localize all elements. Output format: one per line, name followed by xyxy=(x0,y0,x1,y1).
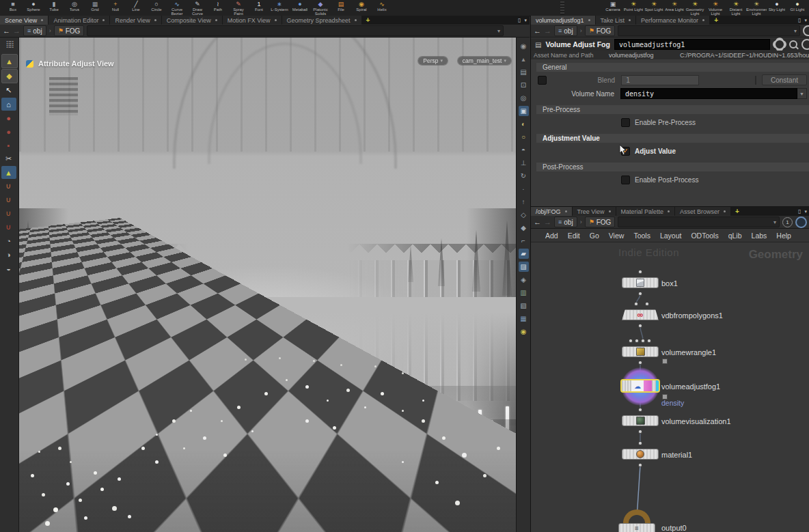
enable-post-process-checkbox[interactable] xyxy=(621,176,630,184)
shelf-tool-font[interactable]: 1 Font xyxy=(249,0,269,12)
node-label[interactable]: volumewrangle1 xyxy=(661,348,716,356)
pane-menu-caret-icon[interactable]: ▾ xyxy=(804,209,807,214)
vp-collapse-icon[interactable]: ▴ xyxy=(519,54,529,64)
vp-select-mode-icon[interactable]: ▰ xyxy=(519,249,529,259)
shelf-tool-metaball[interactable]: ● Metaball xyxy=(290,0,310,12)
snap-multi-magnet[interactable]: ∪ xyxy=(1,180,16,193)
vp-headlight-icon[interactable]: ○ xyxy=(519,132,529,142)
pane-window-icon[interactable]: ▯ xyxy=(798,208,801,214)
vp-visibility-icon[interactable]: ◎ xyxy=(519,93,529,103)
node-box1[interactable] xyxy=(622,277,659,288)
view-tumble-tool[interactable]: ◔ xyxy=(1,234,16,247)
toolbar-grip-icon[interactable]: ⣿⣿ xyxy=(5,40,13,48)
tab-menu-dot[interactable] xyxy=(702,19,704,21)
vp-refresh-icon[interactable]: ↻ xyxy=(519,171,529,181)
search-icon[interactable] xyxy=(789,40,797,48)
menu-labs[interactable]: Labs xyxy=(747,232,772,240)
node-material1[interactable] xyxy=(622,449,659,460)
select-tool[interactable]: ↖ xyxy=(1,84,16,97)
vp-display-options-icon[interactable]: ◉ xyxy=(519,326,529,337)
vp-lighting-icon[interactable]: ◐ xyxy=(519,119,529,129)
vp-help-icon[interactable]: ◉ xyxy=(519,41,529,51)
secure-selection-lock[interactable]: ⌂ xyxy=(1,98,16,111)
terrain-brush-tool[interactable]: ◆ xyxy=(1,69,18,83)
vp-detail-mode-icon[interactable]: ▦ xyxy=(519,313,529,324)
shelf-tool-path[interactable]: ≀ Path xyxy=(208,0,228,12)
volume-name-dropdown[interactable]: ▼ xyxy=(797,88,807,99)
new-tab-button[interactable]: + xyxy=(710,16,722,25)
scene-viewport[interactable]: Attribute Adjust View Persp ▾ cam_main_t… xyxy=(19,38,516,532)
translate-handle-tool[interactable]: ● xyxy=(1,111,16,124)
menu-help[interactable]: Help xyxy=(771,232,796,240)
vp-normals-icon[interactable]: ↑ xyxy=(519,197,529,207)
tab-menu-dot[interactable] xyxy=(609,210,611,212)
vp-camera-icon[interactable]: ▣ xyxy=(519,106,529,116)
shelf-tool-helix[interactable]: ∿ Helix xyxy=(372,0,392,12)
shelf-tool-spray-paint[interactable]: ✎ Spray Paint xyxy=(228,0,249,16)
tab-asset-browser[interactable]: Asset Browser xyxy=(675,207,730,216)
vp-lock-camera-icon[interactable]: ⊡ xyxy=(519,80,529,90)
tab-performance-monitor[interactable]: Performance Monitor xyxy=(636,16,709,25)
node-volumewrangle1[interactable] xyxy=(622,346,659,357)
tab-material-palette[interactable]: Material Palette xyxy=(616,207,675,216)
shelf-tool-box[interactable]: ■ Box xyxy=(3,0,23,12)
node-vdbfrompolygons1[interactable]: ∞ xyxy=(622,309,659,320)
vp-component-mode-icon[interactable]: ▨ xyxy=(519,262,529,272)
tab-menu-dot[interactable] xyxy=(355,19,357,21)
shelf-tool-grid[interactable]: ▦ Grid xyxy=(85,0,105,12)
blend-value-field[interactable]: 1 xyxy=(621,75,699,85)
tab-animation-editor[interactable]: Animation Editor xyxy=(49,16,109,25)
menu-go[interactable]: Go xyxy=(585,232,604,240)
tab-menu-dot[interactable] xyxy=(629,19,631,21)
forward-arrow-icon[interactable]: → xyxy=(544,219,551,226)
shelf-tool-platonic-solids[interactable]: ◆ Platonic Solids xyxy=(310,0,331,16)
help-circle-icon[interactable] xyxy=(801,39,809,50)
tab-composite-view[interactable]: Composite View xyxy=(162,16,222,25)
path-node-chip[interactable]: ⚑ FOG xyxy=(585,25,616,36)
update-mode-icon[interactable] xyxy=(795,216,807,228)
shelf-tool-distant-light[interactable]: ☀ Distant Light xyxy=(726,0,746,16)
back-arrow-icon[interactable]: ← xyxy=(534,219,541,226)
network-canvas[interactable]: Indie Edition Geometry xyxy=(531,242,809,532)
shelf-tool-point-light[interactable]: ☀ Point Light xyxy=(623,0,644,12)
path-node-chip[interactable]: ⚑ FOG xyxy=(585,216,616,227)
shelf-tool-null[interactable]: + Null xyxy=(105,0,126,12)
vp-wireframe-icon[interactable]: ◇ xyxy=(519,210,529,220)
vp-ruler-icon[interactable]: ⌐ xyxy=(519,236,529,246)
new-tab-button[interactable]: + xyxy=(731,207,743,216)
path-context-chip[interactable]: ≡ obj xyxy=(554,216,577,227)
snap-prim-magnet[interactable]: ∪ xyxy=(1,221,16,234)
tab-menu-dot[interactable] xyxy=(275,19,277,21)
vp-points-icon[interactable]: ∙ xyxy=(519,184,529,194)
node-label[interactable]: volumevisualization1 xyxy=(661,417,731,425)
section-adjustment-value[interactable]: Adjustment Value xyxy=(536,134,809,143)
snap-grid-magnet[interactable]: ∪ xyxy=(1,193,16,206)
pane-menu-caret-icon[interactable]: ▾ xyxy=(804,18,807,23)
shelf-tool-file[interactable]: ▤ File xyxy=(331,0,351,12)
tab-obj-fog[interactable]: /obj/FOG xyxy=(531,207,572,216)
view-pan-tool[interactable]: ◑ xyxy=(1,248,16,261)
tab-take-list[interactable]: Take List xyxy=(596,16,636,25)
shelf-tool-sphere[interactable]: ● Sphere xyxy=(23,0,44,12)
node-label[interactable]: output0 xyxy=(661,524,687,532)
shelf-tool-gi-light[interactable]: ● GI Light xyxy=(787,0,808,12)
section-general[interactable]: General xyxy=(536,63,809,72)
shelf-tool-torus[interactable]: ◎ Torus xyxy=(64,0,85,12)
back-arrow-icon[interactable]: ← xyxy=(534,27,541,35)
path-context-chip[interactable]: ≡ obj xyxy=(23,25,46,36)
menu-view[interactable]: View xyxy=(604,232,629,240)
tab-scene-view[interactable]: Scene View xyxy=(0,16,48,25)
shelf-tool-environment-light[interactable]: ☀ Environment Light xyxy=(746,0,767,16)
view-zoom-tool[interactable]: ◒ xyxy=(1,262,16,275)
path-dropdown-caret-icon[interactable]: ▾ xyxy=(771,219,779,225)
path-context-chip[interactable]: ≡ obj xyxy=(554,25,577,36)
node-label[interactable]: volumeadjustfog1 xyxy=(661,382,720,391)
path-dropdown-caret-icon[interactable]: ▾ xyxy=(495,28,503,34)
shelf-tool-curve-bezier[interactable]: ∿ Curve Bezier xyxy=(167,0,187,16)
back-arrow-icon[interactable]: ← xyxy=(3,27,10,35)
vp-quality-icon[interactable]: ◓ xyxy=(519,145,529,155)
tab-menu-dot[interactable] xyxy=(588,19,590,21)
path-node-chip[interactable]: ⚑ FOG xyxy=(54,25,85,36)
node-label[interactable]: box1 xyxy=(661,279,678,288)
shelf-tool-geometry-light[interactable]: ☀ Geometry Light xyxy=(685,0,705,16)
